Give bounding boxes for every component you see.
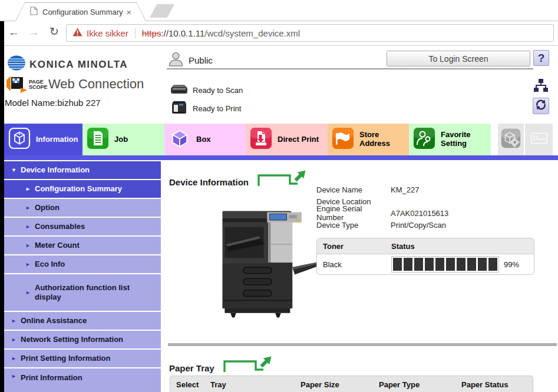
tab-job[interactable]: Job <box>82 124 164 155</box>
direct-print-icon <box>249 127 273 152</box>
paper-tray-table-header: Select Tray Paper Size Paper Type Paper … <box>170 376 533 392</box>
network-icon[interactable] <box>533 78 549 96</box>
tab-counter[interactable] <box>525 124 553 155</box>
counter-icon <box>528 127 550 152</box>
sidebar-item-consumables[interactable]: ► Consumables <box>4 218 161 235</box>
system-settings-icon <box>500 127 522 152</box>
sidebar-item-online-assistance[interactable]: ► Online Assistance <box>4 312 161 330</box>
triangle-right-icon: ► <box>25 205 35 211</box>
tab-system-settings[interactable] <box>498 124 524 155</box>
toner-table-header: Toner Status <box>317 238 534 254</box>
current-user: Public <box>189 55 213 65</box>
section-title: Paper Tray <box>169 363 214 373</box>
sidebar-item-option[interactable]: ► Option <box>4 199 161 217</box>
tab-label: Box <box>196 135 211 144</box>
toner-percent: 99% <box>504 260 519 269</box>
close-icon[interactable]: × <box>126 8 131 16</box>
url-path: /wcd/system_device.xml <box>204 28 300 38</box>
warning-icon <box>72 28 82 38</box>
help-icon: ? <box>538 52 545 65</box>
printer-image <box>211 207 320 325</box>
browser-tabstrip: Configuration Summary × <box>0 0 558 21</box>
triangle-right-icon: ► <box>11 373 21 379</box>
triangle-right-icon: ► <box>11 318 21 324</box>
screen: Configuration Summary × ← → ↻ Ikke sikke… <box>0 0 558 392</box>
tab-information[interactable]: Information <box>4 124 82 155</box>
print-status: Ready to Print <box>193 104 241 113</box>
scan-status: Ready to Scan <box>193 86 243 95</box>
forward-icon[interactable]: → <box>28 26 39 38</box>
tab-favorite-setting[interactable]: Favorite Setting <box>409 124 491 155</box>
triangle-right-icon: ► <box>11 337 21 343</box>
login-button[interactable]: To Login Screen <box>387 51 530 67</box>
konica-globe-icon <box>7 55 26 74</box>
nav-tabbar: Information Job <box>0 124 558 155</box>
pagescope-icon <box>5 75 28 97</box>
toner-name: Black <box>317 260 391 269</box>
sidebar-item-meter-count[interactable]: ► Meter Count <box>4 237 161 254</box>
tab-store-address[interactable]: Store Address <box>328 124 409 155</box>
toner-table: Toner Status Black 99% <box>316 238 534 275</box>
pagescope-wordmark: PAGESCOPE <box>29 79 48 90</box>
jump-top-icon[interactable] <box>222 354 275 376</box>
box-icon <box>168 127 191 152</box>
printer-icon <box>171 99 187 117</box>
tab-label: Job <box>114 135 128 144</box>
information-icon <box>8 127 31 152</box>
triangle-right-icon: ► <box>25 224 35 230</box>
header-underline <box>167 68 533 69</box>
store-address-icon <box>331 127 355 152</box>
triangle-right-icon: ► <box>25 242 35 248</box>
sidebar-item-print-information[interactable]: ► Print Information <box>4 368 161 392</box>
toner-row-black: Black 99% <box>317 254 534 274</box>
sidebar-item-network-setting-information[interactable]: ► Network Setting Information <box>4 331 161 348</box>
sidebar-item-print-setting-information[interactable]: ► Print Setting Information <box>4 350 161 367</box>
favorite-setting-icon <box>412 127 436 152</box>
url-separator <box>135 28 136 38</box>
sidebar-item-authorization-function-list[interactable]: ► Authorization function list display <box>4 274 161 311</box>
sidebar-item-eco-info[interactable]: ► Eco Info <box>4 255 161 273</box>
job-icon <box>86 127 110 152</box>
triangle-right-icon: ► <box>25 186 35 192</box>
back-icon[interactable]: ← <box>8 26 19 38</box>
tab-direct-print[interactable]: Direct Print <box>246 124 328 155</box>
tab-label: Information <box>36 135 78 144</box>
tab-label: Store Address <box>359 131 407 148</box>
refresh-icon <box>535 99 547 113</box>
new-tab-button[interactable] <box>150 4 174 18</box>
help-button[interactable]: ? <box>533 50 549 66</box>
brand-name: KONICA MINOLTA <box>29 59 128 71</box>
main-content: Device Information <box>165 160 558 392</box>
url-host: ://10.0.1.11 <box>161 28 204 38</box>
jump-top-icon[interactable] <box>256 168 309 190</box>
triangle-right-icon: ► <box>25 290 35 295</box>
sidebar-item-device-information[interactable]: ▼ Device Information <box>4 161 161 179</box>
field-row: Device Name KM_227 <box>316 184 448 195</box>
triangle-down-icon: ▼ <box>11 167 21 173</box>
browser-tab[interactable]: Configuration Summary × <box>15 2 146 21</box>
device-fields: Device Name KM_227 Device Location Engin… <box>316 184 448 231</box>
field-value: Print/Copy/Scan <box>391 221 446 230</box>
scanner-icon <box>170 82 189 98</box>
field-value: A7AK021015613 <box>391 209 448 218</box>
field-row: Device Type Print/Copy/Scan <box>316 219 448 231</box>
security-warning: Ikke sikker <box>87 28 128 38</box>
tab-label: Direct Print <box>278 135 319 144</box>
triangle-right-icon: ► <box>11 356 21 361</box>
active-tab-bar <box>0 155 558 160</box>
refresh-button[interactable] <box>533 98 549 114</box>
field-value: KM_227 <box>391 185 419 194</box>
toner-gauge-blocks <box>391 256 499 273</box>
section-divider <box>168 343 557 346</box>
triangle-right-icon: ► <box>25 261 35 267</box>
reload-icon[interactable]: ↻ <box>49 26 59 37</box>
tab-label: Favorite Setting <box>441 131 488 148</box>
tab-box[interactable]: Box <box>164 124 246 155</box>
address-bar[interactable]: Ikke sikker https ://10.0.1.11 /wcd/syst… <box>66 24 554 42</box>
device-information-section-header: Device Information <box>169 168 309 187</box>
paper-tray-section-header: Paper Tray <box>169 354 275 373</box>
tab-title: Configuration Summary <box>42 8 123 16</box>
toolbar-border <box>0 45 558 46</box>
model-name: Model Name:bizhub 227 <box>5 98 101 108</box>
sidebar-item-configuration-summary[interactable]: ► Configuration Summary <box>4 180 161 198</box>
